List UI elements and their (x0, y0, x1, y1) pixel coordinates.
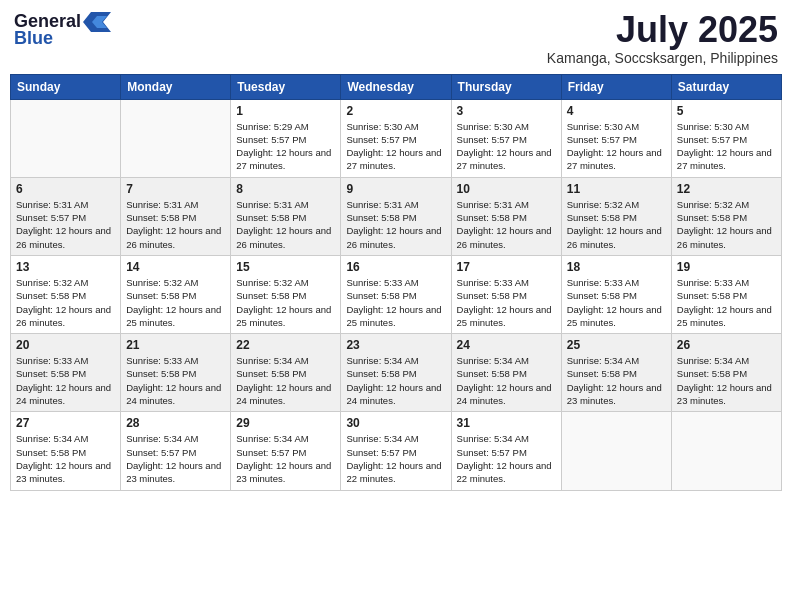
day-info: Sunrise: 5:34 AM Sunset: 5:57 PM Dayligh… (126, 432, 225, 485)
day-info: Sunrise: 5:30 AM Sunset: 5:57 PM Dayligh… (457, 120, 556, 173)
day-info: Sunrise: 5:34 AM Sunset: 5:58 PM Dayligh… (16, 432, 115, 485)
calendar-cell: 26Sunrise: 5:34 AM Sunset: 5:58 PM Dayli… (671, 334, 781, 412)
day-number: 2 (346, 104, 445, 118)
day-number: 6 (16, 182, 115, 196)
day-info: Sunrise: 5:33 AM Sunset: 5:58 PM Dayligh… (16, 354, 115, 407)
day-number: 14 (126, 260, 225, 274)
calendar-week-row: 13Sunrise: 5:32 AM Sunset: 5:58 PM Dayli… (11, 255, 782, 333)
weekday-header-sunday: Sunday (11, 74, 121, 99)
day-info: Sunrise: 5:33 AM Sunset: 5:58 PM Dayligh… (346, 276, 445, 329)
calendar-cell: 3Sunrise: 5:30 AM Sunset: 5:57 PM Daylig… (451, 99, 561, 177)
calendar-cell: 27Sunrise: 5:34 AM Sunset: 5:58 PM Dayli… (11, 412, 121, 490)
day-number: 30 (346, 416, 445, 430)
calendar-week-row: 6Sunrise: 5:31 AM Sunset: 5:57 PM Daylig… (11, 177, 782, 255)
calendar-cell (671, 412, 781, 490)
day-number: 24 (457, 338, 556, 352)
calendar-cell: 1Sunrise: 5:29 AM Sunset: 5:57 PM Daylig… (231, 99, 341, 177)
day-info: Sunrise: 5:33 AM Sunset: 5:58 PM Dayligh… (126, 354, 225, 407)
day-number: 7 (126, 182, 225, 196)
weekday-header-row: SundayMondayTuesdayWednesdayThursdayFrid… (11, 74, 782, 99)
calendar-cell (11, 99, 121, 177)
day-info: Sunrise: 5:32 AM Sunset: 5:58 PM Dayligh… (677, 198, 776, 251)
calendar-cell: 6Sunrise: 5:31 AM Sunset: 5:57 PM Daylig… (11, 177, 121, 255)
day-number: 19 (677, 260, 776, 274)
day-number: 18 (567, 260, 666, 274)
day-info: Sunrise: 5:30 AM Sunset: 5:57 PM Dayligh… (567, 120, 666, 173)
day-number: 1 (236, 104, 335, 118)
day-info: Sunrise: 5:34 AM Sunset: 5:58 PM Dayligh… (567, 354, 666, 407)
day-number: 20 (16, 338, 115, 352)
calendar-cell: 13Sunrise: 5:32 AM Sunset: 5:58 PM Dayli… (11, 255, 121, 333)
day-number: 15 (236, 260, 335, 274)
day-number: 21 (126, 338, 225, 352)
calendar-cell: 4Sunrise: 5:30 AM Sunset: 5:57 PM Daylig… (561, 99, 671, 177)
day-number: 29 (236, 416, 335, 430)
day-info: Sunrise: 5:34 AM Sunset: 5:58 PM Dayligh… (457, 354, 556, 407)
calendar-week-row: 1Sunrise: 5:29 AM Sunset: 5:57 PM Daylig… (11, 99, 782, 177)
calendar-cell: 10Sunrise: 5:31 AM Sunset: 5:58 PM Dayli… (451, 177, 561, 255)
title-section: July 2025 Kamanga, Soccsksargen, Philipp… (547, 10, 778, 66)
day-number: 4 (567, 104, 666, 118)
day-info: Sunrise: 5:29 AM Sunset: 5:57 PM Dayligh… (236, 120, 335, 173)
calendar-cell: 16Sunrise: 5:33 AM Sunset: 5:58 PM Dayli… (341, 255, 451, 333)
day-info: Sunrise: 5:33 AM Sunset: 5:58 PM Dayligh… (567, 276, 666, 329)
day-info: Sunrise: 5:34 AM Sunset: 5:58 PM Dayligh… (346, 354, 445, 407)
day-number: 17 (457, 260, 556, 274)
calendar-cell: 9Sunrise: 5:31 AM Sunset: 5:58 PM Daylig… (341, 177, 451, 255)
calendar-week-row: 20Sunrise: 5:33 AM Sunset: 5:58 PM Dayli… (11, 334, 782, 412)
day-info: Sunrise: 5:31 AM Sunset: 5:57 PM Dayligh… (16, 198, 115, 251)
weekday-header-thursday: Thursday (451, 74, 561, 99)
day-info: Sunrise: 5:32 AM Sunset: 5:58 PM Dayligh… (236, 276, 335, 329)
day-number: 25 (567, 338, 666, 352)
calendar-cell (121, 99, 231, 177)
day-number: 26 (677, 338, 776, 352)
calendar-cell: 21Sunrise: 5:33 AM Sunset: 5:58 PM Dayli… (121, 334, 231, 412)
day-number: 12 (677, 182, 776, 196)
calendar-table: SundayMondayTuesdayWednesdayThursdayFrid… (10, 74, 782, 491)
day-number: 13 (16, 260, 115, 274)
day-info: Sunrise: 5:34 AM Sunset: 5:58 PM Dayligh… (236, 354, 335, 407)
calendar-cell: 14Sunrise: 5:32 AM Sunset: 5:58 PM Dayli… (121, 255, 231, 333)
day-number: 31 (457, 416, 556, 430)
day-info: Sunrise: 5:33 AM Sunset: 5:58 PM Dayligh… (677, 276, 776, 329)
day-number: 9 (346, 182, 445, 196)
logo-icon (83, 10, 111, 32)
calendar-cell: 22Sunrise: 5:34 AM Sunset: 5:58 PM Dayli… (231, 334, 341, 412)
day-info: Sunrise: 5:32 AM Sunset: 5:58 PM Dayligh… (16, 276, 115, 329)
calendar-cell: 24Sunrise: 5:34 AM Sunset: 5:58 PM Dayli… (451, 334, 561, 412)
calendar-cell: 28Sunrise: 5:34 AM Sunset: 5:57 PM Dayli… (121, 412, 231, 490)
calendar-cell: 23Sunrise: 5:34 AM Sunset: 5:58 PM Dayli… (341, 334, 451, 412)
day-info: Sunrise: 5:31 AM Sunset: 5:58 PM Dayligh… (457, 198, 556, 251)
day-info: Sunrise: 5:30 AM Sunset: 5:57 PM Dayligh… (677, 120, 776, 173)
calendar-cell: 17Sunrise: 5:33 AM Sunset: 5:58 PM Dayli… (451, 255, 561, 333)
day-number: 22 (236, 338, 335, 352)
day-info: Sunrise: 5:34 AM Sunset: 5:58 PM Dayligh… (677, 354, 776, 407)
day-info: Sunrise: 5:31 AM Sunset: 5:58 PM Dayligh… (236, 198, 335, 251)
calendar-cell: 5Sunrise: 5:30 AM Sunset: 5:57 PM Daylig… (671, 99, 781, 177)
day-info: Sunrise: 5:32 AM Sunset: 5:58 PM Dayligh… (126, 276, 225, 329)
day-info: Sunrise: 5:31 AM Sunset: 5:58 PM Dayligh… (346, 198, 445, 251)
calendar-cell: 20Sunrise: 5:33 AM Sunset: 5:58 PM Dayli… (11, 334, 121, 412)
location-subtitle: Kamanga, Soccsksargen, Philippines (547, 50, 778, 66)
day-info: Sunrise: 5:34 AM Sunset: 5:57 PM Dayligh… (236, 432, 335, 485)
day-info: Sunrise: 5:32 AM Sunset: 5:58 PM Dayligh… (567, 198, 666, 251)
calendar-cell: 31Sunrise: 5:34 AM Sunset: 5:57 PM Dayli… (451, 412, 561, 490)
day-info: Sunrise: 5:34 AM Sunset: 5:57 PM Dayligh… (457, 432, 556, 485)
calendar-cell: 25Sunrise: 5:34 AM Sunset: 5:58 PM Dayli… (561, 334, 671, 412)
day-number: 3 (457, 104, 556, 118)
calendar-cell: 7Sunrise: 5:31 AM Sunset: 5:58 PM Daylig… (121, 177, 231, 255)
calendar-cell: 8Sunrise: 5:31 AM Sunset: 5:58 PM Daylig… (231, 177, 341, 255)
calendar-cell: 2Sunrise: 5:30 AM Sunset: 5:57 PM Daylig… (341, 99, 451, 177)
calendar-cell: 18Sunrise: 5:33 AM Sunset: 5:58 PM Dayli… (561, 255, 671, 333)
calendar-cell: 29Sunrise: 5:34 AM Sunset: 5:57 PM Dayli… (231, 412, 341, 490)
weekday-header-saturday: Saturday (671, 74, 781, 99)
calendar-cell: 12Sunrise: 5:32 AM Sunset: 5:58 PM Dayli… (671, 177, 781, 255)
weekday-header-friday: Friday (561, 74, 671, 99)
calendar-cell: 19Sunrise: 5:33 AM Sunset: 5:58 PM Dayli… (671, 255, 781, 333)
day-number: 23 (346, 338, 445, 352)
calendar-cell: 30Sunrise: 5:34 AM Sunset: 5:57 PM Dayli… (341, 412, 451, 490)
day-number: 11 (567, 182, 666, 196)
calendar-week-row: 27Sunrise: 5:34 AM Sunset: 5:58 PM Dayli… (11, 412, 782, 490)
calendar-cell: 15Sunrise: 5:32 AM Sunset: 5:58 PM Dayli… (231, 255, 341, 333)
day-number: 8 (236, 182, 335, 196)
